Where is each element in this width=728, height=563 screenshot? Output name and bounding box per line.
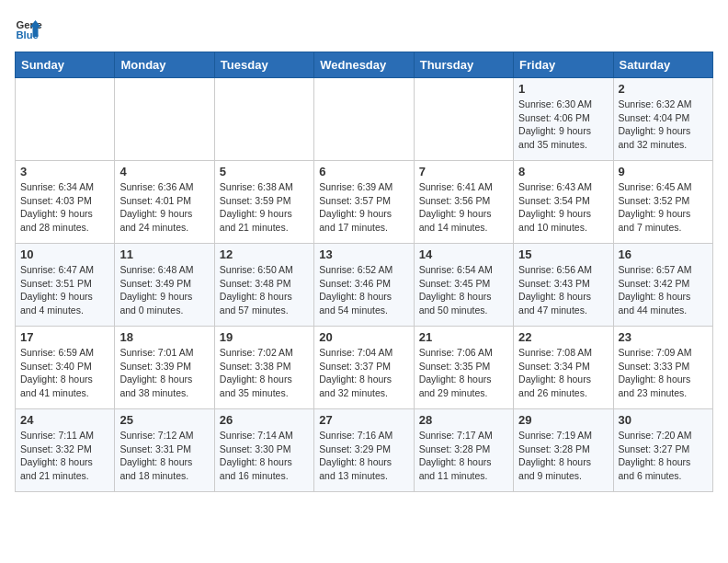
calendar-cell: 15Sunrise: 6:56 AM Sunset: 3:43 PM Dayli… <box>514 244 613 327</box>
day-number: 24 <box>20 413 109 427</box>
day-detail: Sunrise: 7:11 AM Sunset: 3:32 PM Dayligh… <box>20 429 109 483</box>
day-detail: Sunrise: 6:36 AM Sunset: 4:01 PM Dayligh… <box>119 180 209 235</box>
day-detail: Sunrise: 7:06 AM Sunset: 3:35 PM Dayligh… <box>419 346 508 400</box>
calendar-cell: 2Sunrise: 6:32 AM Sunset: 4:04 PM Daylig… <box>613 78 712 161</box>
calendar-cell: 14Sunrise: 6:54 AM Sunset: 3:45 PM Dayli… <box>414 244 513 327</box>
calendar-cell: 8Sunrise: 6:43 AM Sunset: 3:54 PM Daylig… <box>514 161 613 244</box>
day-number: 30 <box>619 413 708 427</box>
day-number: 23 <box>619 330 708 344</box>
day-detail: Sunrise: 7:14 AM Sunset: 3:30 PM Dayligh… <box>220 429 309 483</box>
calendar-cell: 18Sunrise: 7:01 AM Sunset: 3:39 PM Dayli… <box>115 327 214 409</box>
weekday-header: Monday <box>115 52 214 78</box>
day-detail: Sunrise: 7:04 AM Sunset: 3:37 PM Dayligh… <box>319 346 408 400</box>
day-number: 18 <box>119 330 209 344</box>
day-detail: Sunrise: 7:09 AM Sunset: 3:33 PM Dayligh… <box>619 346 708 400</box>
calendar-cell: 23Sunrise: 7:09 AM Sunset: 3:33 PM Dayli… <box>613 327 712 409</box>
day-number: 25 <box>119 413 209 427</box>
calendar-cell: 21Sunrise: 7:06 AM Sunset: 3:35 PM Dayli… <box>414 327 513 409</box>
day-detail: Sunrise: 6:34 AM Sunset: 4:03 PM Dayligh… <box>20 180 109 235</box>
day-number: 4 <box>119 165 209 178</box>
calendar-week-row: 1Sunrise: 6:30 AM Sunset: 4:06 PM Daylig… <box>16 78 713 161</box>
calendar-body: 1Sunrise: 6:30 AM Sunset: 4:06 PM Daylig… <box>16 78 713 492</box>
calendar-cell: 30Sunrise: 7:20 AM Sunset: 3:27 PM Dayli… <box>613 409 712 492</box>
page-header: General Blue <box>15 15 713 42</box>
day-detail: Sunrise: 7:17 AM Sunset: 3:28 PM Dayligh… <box>419 429 508 483</box>
calendar-cell <box>214 78 313 161</box>
day-number: 13 <box>319 247 408 261</box>
calendar-week-row: 17Sunrise: 6:59 AM Sunset: 3:40 PM Dayli… <box>16 327 713 409</box>
day-detail: Sunrise: 6:52 AM Sunset: 3:46 PM Dayligh… <box>319 263 408 317</box>
calendar-cell <box>115 78 214 161</box>
calendar-cell: 7Sunrise: 6:41 AM Sunset: 3:56 PM Daylig… <box>414 161 513 244</box>
day-number: 27 <box>319 413 408 427</box>
day-number: 26 <box>220 413 309 427</box>
day-detail: Sunrise: 6:47 AM Sunset: 3:51 PM Dayligh… <box>20 263 109 317</box>
day-number: 7 <box>419 165 508 178</box>
calendar-cell: 9Sunrise: 6:45 AM Sunset: 3:52 PM Daylig… <box>613 161 712 244</box>
day-detail: Sunrise: 6:32 AM Sunset: 4:04 PM Dayligh… <box>619 98 708 152</box>
day-number: 2 <box>619 82 708 96</box>
day-detail: Sunrise: 6:50 AM Sunset: 3:48 PM Dayligh… <box>220 263 309 317</box>
day-number: 21 <box>419 330 508 344</box>
day-detail: Sunrise: 6:54 AM Sunset: 3:45 PM Dayligh… <box>419 263 508 317</box>
calendar-week-row: 3Sunrise: 6:34 AM Sunset: 4:03 PM Daylig… <box>16 161 713 244</box>
day-detail: Sunrise: 6:59 AM Sunset: 3:40 PM Dayligh… <box>20 346 109 400</box>
calendar-cell: 11Sunrise: 6:48 AM Sunset: 3:49 PM Dayli… <box>115 244 214 327</box>
day-detail: Sunrise: 6:30 AM Sunset: 4:06 PM Dayligh… <box>518 98 608 152</box>
calendar-cell: 17Sunrise: 6:59 AM Sunset: 3:40 PM Dayli… <box>16 327 115 409</box>
calendar-cell: 24Sunrise: 7:11 AM Sunset: 3:32 PM Dayli… <box>16 409 115 492</box>
day-number: 22 <box>518 330 608 344</box>
header-row: SundayMondayTuesdayWednesdayThursdayFrid… <box>16 52 713 78</box>
day-number: 6 <box>319 165 408 178</box>
day-number: 12 <box>220 247 309 261</box>
day-detail: Sunrise: 6:57 AM Sunset: 3:42 PM Dayligh… <box>619 263 708 317</box>
calendar-cell <box>414 78 513 161</box>
weekday-header: Thursday <box>414 52 513 78</box>
calendar-week-row: 10Sunrise: 6:47 AM Sunset: 3:51 PM Dayli… <box>16 244 713 327</box>
day-detail: Sunrise: 6:41 AM Sunset: 3:56 PM Dayligh… <box>419 180 508 235</box>
calendar-cell: 12Sunrise: 6:50 AM Sunset: 3:48 PM Dayli… <box>214 244 313 327</box>
calendar-week-row: 24Sunrise: 7:11 AM Sunset: 3:32 PM Dayli… <box>16 409 713 492</box>
calendar-table: SundayMondayTuesdayWednesdayThursdayFrid… <box>15 52 713 492</box>
calendar-cell: 1Sunrise: 6:30 AM Sunset: 4:06 PM Daylig… <box>514 78 613 161</box>
calendar-cell: 28Sunrise: 7:17 AM Sunset: 3:28 PM Dayli… <box>414 409 513 492</box>
day-number: 10 <box>20 247 109 261</box>
day-number: 20 <box>319 330 408 344</box>
day-detail: Sunrise: 6:38 AM Sunset: 3:59 PM Dayligh… <box>220 180 309 235</box>
calendar-cell: 26Sunrise: 7:14 AM Sunset: 3:30 PM Dayli… <box>214 409 313 492</box>
calendar-cell: 5Sunrise: 6:38 AM Sunset: 3:59 PM Daylig… <box>214 161 313 244</box>
weekday-header: Sunday <box>16 52 115 78</box>
day-detail: Sunrise: 7:08 AM Sunset: 3:34 PM Dayligh… <box>518 346 608 400</box>
day-detail: Sunrise: 6:45 AM Sunset: 3:52 PM Dayligh… <box>619 180 708 235</box>
logo: General Blue <box>15 15 46 42</box>
day-detail: Sunrise: 7:20 AM Sunset: 3:27 PM Dayligh… <box>619 429 708 483</box>
day-number: 8 <box>518 165 608 178</box>
day-detail: Sunrise: 6:56 AM Sunset: 3:43 PM Dayligh… <box>518 263 608 317</box>
calendar-cell: 10Sunrise: 6:47 AM Sunset: 3:51 PM Dayli… <box>16 244 115 327</box>
day-detail: Sunrise: 7:01 AM Sunset: 3:39 PM Dayligh… <box>119 346 209 400</box>
day-number: 1 <box>518 82 608 96</box>
day-number: 14 <box>419 247 508 261</box>
day-detail: Sunrise: 7:16 AM Sunset: 3:29 PM Dayligh… <box>319 429 408 483</box>
calendar-cell: 27Sunrise: 7:16 AM Sunset: 3:29 PM Dayli… <box>314 409 414 492</box>
day-number: 9 <box>619 165 708 178</box>
weekday-header: Wednesday <box>314 52 414 78</box>
day-detail: Sunrise: 7:02 AM Sunset: 3:38 PM Dayligh… <box>220 346 309 400</box>
weekday-header: Friday <box>514 52 613 78</box>
calendar-cell: 4Sunrise: 6:36 AM Sunset: 4:01 PM Daylig… <box>115 161 214 244</box>
day-number: 15 <box>518 247 608 261</box>
day-number: 11 <box>119 247 209 261</box>
calendar-cell: 16Sunrise: 6:57 AM Sunset: 3:42 PM Dayli… <box>613 244 712 327</box>
calendar-cell: 13Sunrise: 6:52 AM Sunset: 3:46 PM Dayli… <box>314 244 414 327</box>
day-detail: Sunrise: 6:48 AM Sunset: 3:49 PM Dayligh… <box>119 263 209 317</box>
day-number: 29 <box>518 413 608 427</box>
weekday-header: Saturday <box>613 52 712 78</box>
day-number: 19 <box>220 330 309 344</box>
day-number: 16 <box>619 247 708 261</box>
calendar-cell: 19Sunrise: 7:02 AM Sunset: 3:38 PM Dayli… <box>214 327 313 409</box>
day-number: 5 <box>220 165 309 178</box>
day-detail: Sunrise: 6:43 AM Sunset: 3:54 PM Dayligh… <box>518 180 608 235</box>
calendar-cell <box>16 78 115 161</box>
calendar-cell: 25Sunrise: 7:12 AM Sunset: 3:31 PM Dayli… <box>115 409 214 492</box>
calendar-header: SundayMondayTuesdayWednesdayThursdayFrid… <box>16 52 713 78</box>
